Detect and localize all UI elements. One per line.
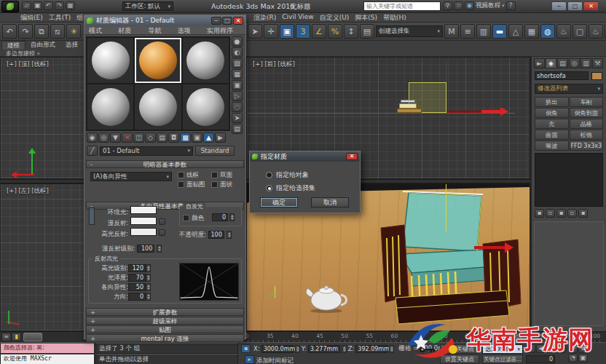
material-type-button[interactable]: Standard (195, 146, 235, 156)
ok-button[interactable]: 确定 (260, 197, 298, 207)
mirror-icon[interactable]: M (444, 24, 459, 39)
sample-tiling-icon[interactable]: ▦ (232, 69, 243, 79)
time-slider-handle[interactable] (23, 333, 42, 341)
modifier-button[interactable]: 晶格 (570, 119, 604, 129)
named-selection-set-combo[interactable]: 创建选择集 ▾ (376, 25, 443, 37)
opacity-value[interactable]: 100 (208, 231, 224, 239)
gizmo-x-shaft[interactable] (474, 246, 505, 249)
minimize-icon[interactable]: ─ (211, 17, 221, 25)
self-illumination-spinner[interactable] (229, 213, 235, 221)
radio-assign-to-selection[interactable]: 指定给选择集 (266, 183, 315, 193)
dropdown-arrow-icon[interactable]: ▾ (502, 3, 505, 9)
set-key-button[interactable]: 设置关键点 (440, 355, 479, 364)
glossiness-spinner[interactable] (146, 274, 151, 282)
color-checkbox[interactable]: 颜色 (183, 213, 208, 223)
select-region-icon[interactable]: ▣ (280, 24, 294, 39)
gizmo-x-axis[interactable] (17, 174, 34, 175)
add-time-tag-label[interactable]: 添加时间标记 (256, 357, 294, 364)
go-to-parent-icon[interactable]: ▲ (203, 132, 214, 143)
object-color-swatch[interactable] (591, 72, 602, 80)
macro-recorder-line[interactable]: 颜色选择器: 黑: (0, 343, 95, 354)
x-spinner[interactable] (295, 345, 300, 353)
menu-item[interactable]: 脚本(S) (352, 13, 380, 23)
modifier-list-dropdown[interactable]: 修改器列表 ▾ (535, 84, 603, 94)
ambient-color-swatch[interactable] (130, 206, 157, 214)
material-editor-menu-item[interactable]: 模式(D) (86, 26, 114, 34)
current-frame-field[interactable]: 0 (526, 355, 555, 363)
rendered-frame-window-icon[interactable]: ▢ (572, 24, 587, 39)
ribbon-toggle-icon[interactable]: ▬ (492, 24, 507, 39)
play-icon[interactable]: ▶ (546, 344, 556, 353)
modifier-button[interactable]: FFD 3x3x3 (570, 141, 604, 151)
app-logo-icon[interactable] (1, 1, 19, 12)
self-illumination-value[interactable]: 0 (212, 213, 228, 221)
material-editor-menu-item[interactable]: 材质(M) (115, 26, 143, 34)
key-filters-button[interactable]: 关键点过滤器... (482, 355, 523, 364)
sample-slot-selected[interactable] (135, 38, 181, 83)
sample-slot[interactable] (87, 84, 133, 130)
zoom-view-icon[interactable]: ⊕ (578, 344, 588, 353)
open-mini-listener-icon[interactable]: ≡ (1, 333, 11, 341)
show-end-result-icon[interactable]: ▣ (192, 132, 202, 143)
material-name-dropdown[interactable]: 01 - Default ▾ (100, 146, 193, 156)
motion-tab-icon[interactable]: ◎ (569, 58, 580, 68)
make-unique-icon[interactable]: ▪ (556, 209, 566, 218)
favorites-star-icon[interactable]: ☆ (454, 1, 463, 10)
ribbon-tab-modeling[interactable]: 建模 (1, 41, 25, 50)
anisotropy-spinner[interactable] (146, 283, 151, 291)
material-editor-icon[interactable]: ◍ (540, 24, 555, 39)
backlight-icon[interactable]: ◐ (232, 47, 243, 58)
sample-slot[interactable] (183, 38, 229, 83)
background-icon[interactable]: ▨ (232, 58, 243, 68)
spinner-snap-icon[interactable]: ↕ (344, 24, 358, 39)
open-file-icon[interactable]: ▱ (22, 1, 31, 10)
selection-filter-combo[interactable]: 选定对象 ▾ (482, 344, 523, 354)
diffuse-level-value[interactable]: 100 (137, 245, 154, 253)
ribbon-tab-freeform[interactable]: 自由形式 (25, 41, 60, 50)
go-forward-to-sibling-icon[interactable]: ▶ (215, 132, 226, 143)
specular-level-value[interactable]: 120 (128, 264, 146, 272)
gizmo-x-shaft[interactable] (481, 110, 500, 113)
orbit-view-icon[interactable]: ◔ (568, 354, 578, 363)
pick-material-eyedropper-icon[interactable]: ╱ (87, 146, 98, 156)
signin-icon[interactable]: ◉ (465, 1, 474, 10)
bind-to-spacewarp-icon[interactable]: ✳ (66, 24, 81, 39)
snaps-toggle-icon[interactable]: 3 (296, 24, 310, 39)
maximize-viewport-icon[interactable]: ▣ (578, 354, 588, 363)
schematic-view-icon[interactable]: ▦ (524, 24, 539, 39)
add-time-tag-icon[interactable]: ▸ (245, 355, 254, 364)
material-editor-titlebar[interactable]: 材质编辑器 - 01 - Default ─ □ ✕ (84, 15, 245, 26)
diffuse-level-spinner[interactable] (157, 245, 162, 253)
align-icon[interactable]: ≡ (460, 24, 475, 39)
select-object-icon[interactable]: ➤ (248, 24, 262, 39)
color-lock-ambient-diffuse-icon[interactable] (89, 207, 95, 225)
diffuse-map-button[interactable] (159, 218, 165, 225)
menu-item[interactable]: Civil View (279, 13, 316, 23)
cancel-button[interactable]: 取消 (311, 197, 349, 207)
select-by-material-icon[interactable]: ➤ (232, 113, 243, 123)
menu-item[interactable]: 工具(T) (46, 13, 74, 23)
teapot-object[interactable] (302, 279, 349, 314)
search-icon[interactable]: ⚲ (443, 1, 452, 10)
maximize-icon[interactable]: □ (222, 17, 232, 25)
undo-icon[interactable]: ↶ (44, 1, 53, 10)
specular-color-swatch[interactable] (130, 228, 157, 236)
unlink-selection-icon[interactable]: ⧅ (50, 24, 65, 39)
z-coord-field[interactable]: 392.09mm (355, 345, 387, 353)
go-to-start-icon[interactable]: « (526, 344, 535, 353)
material-map-navigator-icon[interactable]: ▤ (232, 124, 243, 134)
y-spinner[interactable] (342, 345, 347, 353)
dialog-titlebar[interactable]: 指定材质 ✕ (250, 151, 360, 162)
anisotropy-value[interactable]: 50 (128, 283, 146, 291)
create-tab-icon[interactable]: ► (534, 58, 545, 68)
close-icon[interactable]: ✕ (346, 153, 358, 160)
undo-icon[interactable]: ↶ (2, 24, 17, 39)
modifier-stack-list[interactable] (535, 153, 603, 207)
utilities-tab-icon[interactable]: ⚒ (592, 58, 603, 68)
rollout-header[interactable]: 超级采样 (86, 317, 244, 325)
infocenter-label[interactable]: 视频教程 (476, 1, 500, 10)
select-and-link-icon[interactable]: ⧉ (34, 24, 49, 39)
selection-lock-icon[interactable]: ▪ (241, 344, 251, 353)
project-folder-icon[interactable]: ▦ (66, 1, 75, 10)
rollout-header[interactable]: mental ray 连接 (86, 334, 244, 342)
